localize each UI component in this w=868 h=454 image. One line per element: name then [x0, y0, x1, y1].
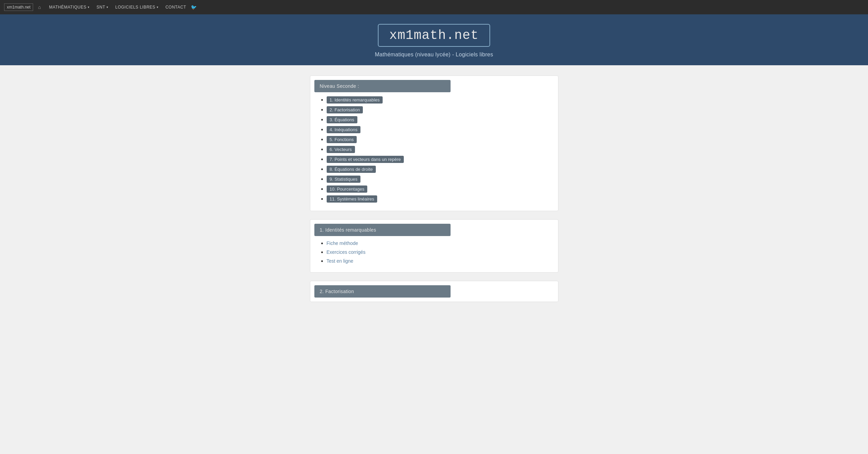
list-item: 7. Points et vecteurs dans un repère: [327, 156, 553, 163]
item-fonctions-link[interactable]: 5. Fonctions: [327, 136, 357, 143]
niveau-seconde-header: Niveau Seconde :: [314, 80, 451, 92]
nav-brand[interactable]: xm1math.net: [4, 3, 33, 11]
exercices-corriges-link[interactable]: Exercices corrigés: [327, 249, 366, 255]
item-systemes-link[interactable]: 11. Systèmes linéaires: [327, 195, 378, 203]
list-item: 5. Fonctions: [327, 136, 553, 143]
home-icon[interactable]: ⌂: [38, 4, 41, 10]
list-item: 4. Inéquations: [327, 126, 553, 133]
list-item: 10. Pourcentages: [327, 185, 553, 193]
chevron-down-icon: ▾: [88, 5, 90, 9]
list-item: Test en ligne: [327, 258, 553, 264]
item-statistiques-link[interactable]: 9. Statistiques: [327, 176, 361, 183]
niveau-seconde-title: Niveau Seconde :: [320, 83, 359, 89]
identites-title: 1. Identités remarquables: [320, 227, 376, 233]
list-item: 9. Statistiques: [327, 176, 553, 183]
item-vecteurs-link[interactable]: 6. Vecteurs: [327, 146, 355, 153]
header-subtitle: Mathématiques (niveau lycée) - Logiciels…: [375, 52, 493, 58]
nav-item-logiciels[interactable]: LOGICIELS LIBRES ▾: [112, 0, 162, 14]
logo-box: xm1math.net: [378, 24, 490, 47]
header-banner: xm1math.net Mathématiques (niveau lycée)…: [0, 14, 868, 65]
list-item: 2. Factorisation: [327, 106, 553, 113]
main-content: Niveau Seconde : 1. Identités remarquabl…: [304, 75, 564, 302]
chevron-down-icon: ▾: [157, 5, 159, 9]
item-inequations-link[interactable]: 4. Inéquations: [327, 126, 361, 133]
niveau-seconde-section: Niveau Seconde : 1. Identités remarquabl…: [310, 75, 558, 211]
item-equations-link[interactable]: 3. Équations: [327, 116, 357, 123]
list-item: Exercices corrigés: [327, 249, 553, 255]
fiche-methode-link[interactable]: Fiche méthode: [327, 240, 358, 246]
identites-header: 1. Identités remarquables: [314, 224, 451, 236]
item-eq-droite-link[interactable]: 8. Équations de droite: [327, 166, 376, 173]
item-factorisation-link[interactable]: 2. Factorisation: [327, 106, 363, 113]
item-identites-link[interactable]: 1. Identités remarquables: [327, 96, 383, 104]
factorisation-section: 2. Factorisation: [310, 281, 558, 302]
niveau-seconde-list: 1. Identités remarquables 2. Factorisati…: [310, 94, 558, 211]
list-item: 3. Équations: [327, 116, 553, 123]
nav-item-contact[interactable]: CONTACT: [162, 0, 190, 14]
navbar: xm1math.net ⌂ MATHÉMATIQUES ▾ SNT ▾ LOGI…: [0, 0, 868, 14]
nav-item-mathematiques[interactable]: MATHÉMATIQUES ▾: [46, 0, 93, 14]
list-item: 8. Équations de droite: [327, 166, 553, 173]
identites-section: 1. Identités remarquables Fiche méthode …: [310, 219, 558, 273]
logo-text: xm1math.net: [389, 28, 479, 43]
identites-list: Fiche méthode Exercices corrigés Test en…: [310, 237, 558, 272]
item-pourcentages-link[interactable]: 10. Pourcentages: [327, 185, 368, 193]
twitter-icon[interactable]: 🐦: [191, 4, 197, 10]
list-item: Fiche méthode: [327, 240, 553, 246]
test-en-ligne-link[interactable]: Test en ligne: [327, 258, 354, 264]
chevron-down-icon: ▾: [106, 5, 109, 9]
nav-item-snt[interactable]: SNT ▾: [93, 0, 112, 14]
list-item: 6. Vecteurs: [327, 146, 553, 153]
list-item: 11. Systèmes linéaires: [327, 195, 553, 203]
list-item: 1. Identités remarquables: [327, 96, 553, 104]
factorisation-header: 2. Factorisation: [314, 285, 451, 298]
factorisation-title: 2. Factorisation: [320, 289, 354, 294]
item-points-vecteurs-link[interactable]: 7. Points et vecteurs dans un repère: [327, 156, 404, 163]
